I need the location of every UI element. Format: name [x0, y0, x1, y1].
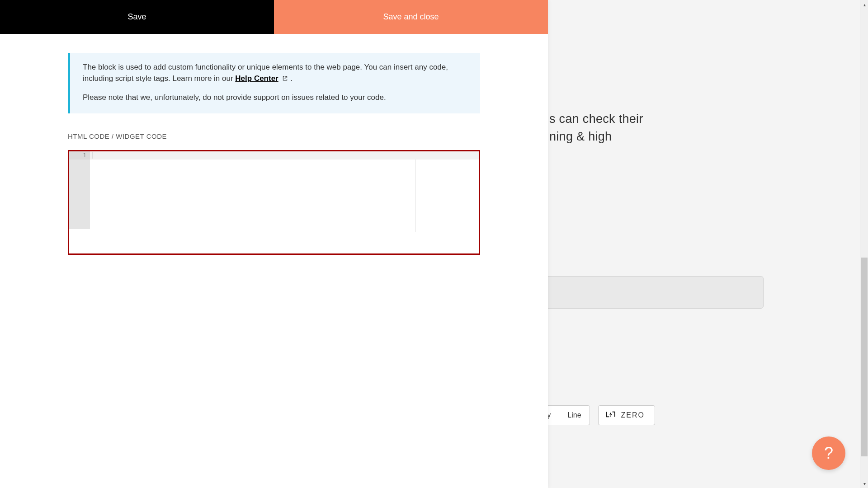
scroll-down-arrow-icon[interactable]: ▾	[860, 479, 868, 488]
info-paragraph-1: The block is used to add custom function…	[83, 62, 467, 84]
pill-line[interactable]: Line	[559, 406, 589, 425]
help-center-link[interactable]: Help Center	[235, 74, 278, 83]
background-line-1: s can check their	[549, 110, 643, 128]
gutter-trim	[69, 229, 90, 253]
code-area[interactable]	[90, 151, 479, 253]
info-text-suffix: .	[288, 74, 292, 83]
save-button[interactable]: Save	[0, 0, 274, 34]
help-center-link-label: Help Center	[235, 74, 278, 83]
code-print-margin	[415, 160, 416, 232]
scroll-thumb[interactable]	[861, 258, 868, 456]
external-link-icon	[282, 74, 288, 80]
html-block-editor-panel: Save Save and close The block is used to…	[0, 0, 548, 488]
info-paragraph-2: Please note that we, unfortunately, do n…	[83, 92, 467, 103]
help-fab-button[interactable]: ?	[812, 436, 845, 470]
page-scrollbar[interactable]: ▴ ▾	[860, 0, 868, 488]
background-line-2: ning & high	[549, 128, 643, 145]
question-mark-icon: ?	[824, 444, 833, 463]
zero-label: ZERO	[621, 411, 645, 419]
background-input-strip	[548, 276, 764, 309]
editor-topbar: Save Save and close	[0, 0, 548, 34]
line-number-1: 1	[69, 151, 90, 160]
toolbar-pills: ry Line ZERO	[540, 405, 655, 425]
bolt-icon	[606, 410, 616, 420]
save-and-close-button[interactable]: Save and close	[274, 0, 548, 34]
info-box: The block is used to add custom function…	[68, 53, 480, 113]
scroll-up-arrow-icon[interactable]: ▴	[860, 0, 868, 9]
zero-button[interactable]: ZERO	[598, 405, 655, 425]
code-line-1[interactable]	[90, 151, 479, 160]
background-paragraph: s can check their ning & high	[549, 110, 643, 145]
code-section-label: HTML CODE / WIDGET CODE	[68, 132, 480, 140]
code-editor[interactable]: 1	[68, 150, 480, 255]
text-cursor	[93, 152, 93, 159]
editor-content: The block is used to add custom function…	[0, 34, 548, 255]
